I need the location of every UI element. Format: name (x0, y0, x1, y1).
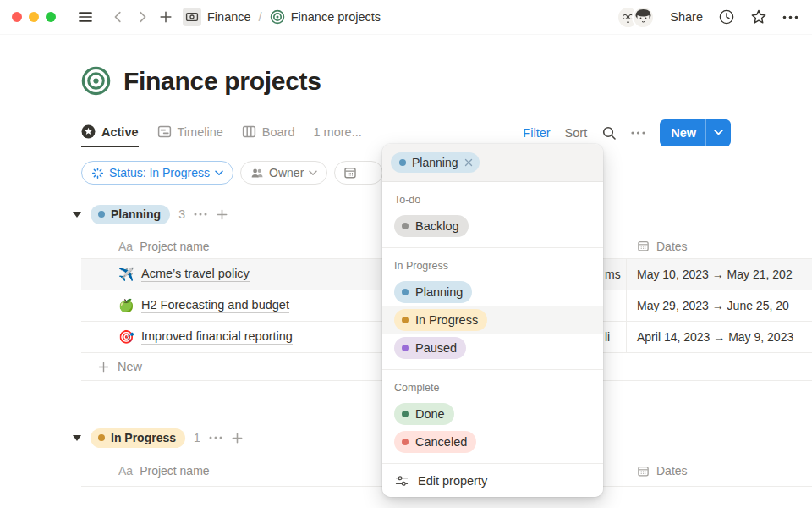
page-target-icon[interactable] (81, 66, 111, 96)
chevron-left-icon (111, 9, 126, 25)
status-option-canceled[interactable]: Canceled (382, 428, 603, 456)
tab-active[interactable]: Active (81, 118, 139, 147)
sidebar-toggle-button[interactable] (73, 5, 98, 29)
status-dot (402, 411, 409, 417)
new-row-label: New (118, 360, 142, 373)
view-actions: Filter Sort New (523, 119, 731, 146)
dates-cell[interactable]: May 10, 2023 → May 21, 202 (626, 259, 812, 290)
column-label: Project name (140, 464, 209, 478)
nav-forward-button[interactable] (130, 5, 154, 29)
minimize-window-button[interactable] (29, 12, 39, 22)
star-icon (750, 8, 767, 25)
column-header-dates[interactable]: Dates (626, 240, 812, 253)
column-label: Project name (140, 240, 209, 253)
edit-property-button[interactable]: Edit property (382, 463, 603, 497)
page-title[interactable]: Finance projects (123, 67, 321, 96)
group-add-button[interactable] (216, 208, 228, 221)
status-option-in-progress[interactable]: In Progress (382, 306, 603, 334)
option-label: In Progress (415, 313, 478, 327)
collapse-group-toggle[interactable] (73, 435, 81, 441)
board-view-icon (242, 124, 256, 139)
group-menu-button[interactable] (209, 436, 222, 439)
filter-button[interactable]: Filter (523, 126, 550, 140)
zoom-window-button[interactable] (46, 12, 56, 22)
titlebar-actions: Share (617, 6, 798, 29)
chevron-right-icon (134, 9, 150, 25)
status-dot (402, 345, 409, 351)
breadcrumb-separator: / (259, 10, 262, 24)
status-section-complete: Complete Done Canceled (382, 370, 603, 463)
new-record-label[interactable]: New (660, 119, 705, 146)
collaborator-avatars[interactable] (617, 6, 655, 29)
selected-chip-planning[interactable]: Planning (391, 152, 480, 173)
status-dot (402, 439, 409, 445)
page-emoji-apple: 🍏 (118, 298, 134, 313)
option-label: Canceled (415, 435, 467, 449)
new-record-dropdown[interactable] (706, 119, 731, 146)
updates-button[interactable] (718, 8, 735, 25)
nav-back-button[interactable] (107, 5, 130, 29)
close-window-button[interactable] (12, 12, 22, 22)
share-button[interactable]: Share (670, 10, 703, 24)
app-window: Finance / Finance projects Share (0, 0, 812, 508)
sort-button[interactable]: Sort (565, 126, 588, 140)
group-label: In Progress (111, 431, 176, 444)
status-dot (402, 223, 409, 229)
status-option-planning[interactable]: Planning (382, 278, 603, 306)
tab-more-views[interactable]: 1 more... (314, 118, 362, 147)
column-header-dates[interactable]: Dates (626, 464, 812, 478)
status-option-backlog[interactable]: Backlog (382, 212, 603, 240)
status-dot (399, 159, 406, 166)
new-page-button[interactable] (154, 5, 178, 29)
favorite-button[interactable] (750, 8, 767, 25)
group-add-button[interactable] (231, 432, 244, 444)
project-title-link[interactable]: Improved financial reporting (141, 329, 293, 345)
collapse-group-toggle[interactable] (73, 212, 81, 218)
page-menu-button[interactable] (782, 15, 798, 19)
tab-timeline[interactable]: Timeline (157, 118, 223, 147)
tab-label: 1 more... (314, 125, 362, 139)
option-label: Planning (415, 285, 463, 299)
remove-chip-icon[interactable] (464, 158, 473, 167)
status-filter-chip[interactable]: Status: In Progress (81, 161, 233, 185)
dates-cell[interactable]: May 29, 2023 → June 25, 20 (626, 290, 812, 321)
view-tabs-bar: Active Timeline Board 1 more... Filter S… (81, 118, 731, 147)
breadcrumb-page[interactable]: Finance projects (291, 10, 381, 24)
group-header-in-progress: In Progress 1 (73, 427, 244, 449)
filter-chips-row: Status: In Progress Owner (81, 161, 383, 185)
group-menu-button[interactable] (194, 213, 207, 216)
group-pill-in-progress[interactable]: In Progress (91, 428, 185, 448)
status-section-todo: To-do Backlog (382, 182, 603, 248)
owner-filter-label: Owner (269, 166, 304, 179)
dates-cell[interactable]: April 14, 2023 → May 9, 2023 (626, 322, 812, 352)
project-title-link[interactable]: Acme’s travel policy (141, 267, 250, 282)
breadcrumb-workspace[interactable]: Finance (207, 10, 251, 24)
avatar (632, 6, 655, 29)
status-burst-icon (91, 167, 104, 179)
more-icon (194, 213, 207, 216)
status-option-paused[interactable]: Paused (382, 334, 603, 362)
option-label: Paused (415, 341, 457, 355)
people-icon (250, 167, 264, 179)
tab-label: Timeline (178, 125, 223, 139)
group-pill-planning[interactable]: Planning (91, 205, 170, 224)
calendar-icon (343, 166, 357, 179)
owner-cell-clipped: li (605, 322, 610, 352)
timeline-view-icon (157, 124, 172, 139)
chevron-down-icon (309, 170, 317, 176)
view-options-button[interactable] (631, 131, 645, 135)
page-emoji-dart: 🎯 (118, 329, 134, 345)
status-option-done[interactable]: Done (382, 400, 603, 428)
hamburger-icon (77, 8, 94, 25)
new-record-button[interactable]: New (660, 119, 731, 146)
owner-filter-chip[interactable]: Owner (240, 161, 327, 185)
selected-values-area[interactable]: Planning (382, 144, 603, 182)
project-title-link[interactable]: H2 Forecasting and budget (141, 298, 289, 313)
search-button[interactable] (601, 125, 617, 141)
text-type-icon: Aa (118, 240, 133, 253)
dates-filter-chip[interactable] (334, 161, 383, 185)
tab-board[interactable]: Board (242, 118, 295, 147)
calendar-icon (637, 465, 650, 478)
window-titlebar: Finance / Finance projects Share (0, 0, 812, 35)
page-emoji-airplane: ✈️ (118, 267, 134, 282)
